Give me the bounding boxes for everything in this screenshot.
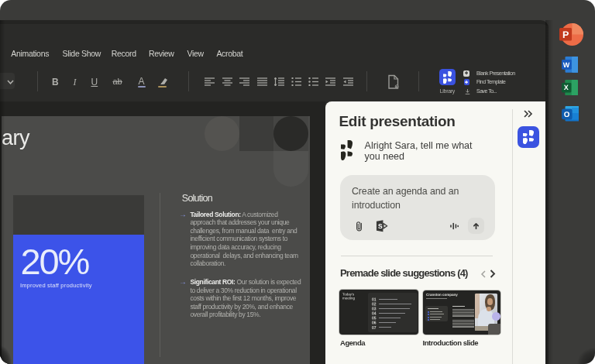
svg-text:W: W — [562, 61, 569, 69]
svg-text:O: O — [563, 111, 569, 119]
svg-text:P: P — [562, 29, 569, 39]
svg-text:S: S — [378, 223, 383, 230]
svg-text:X: X — [563, 84, 568, 91]
